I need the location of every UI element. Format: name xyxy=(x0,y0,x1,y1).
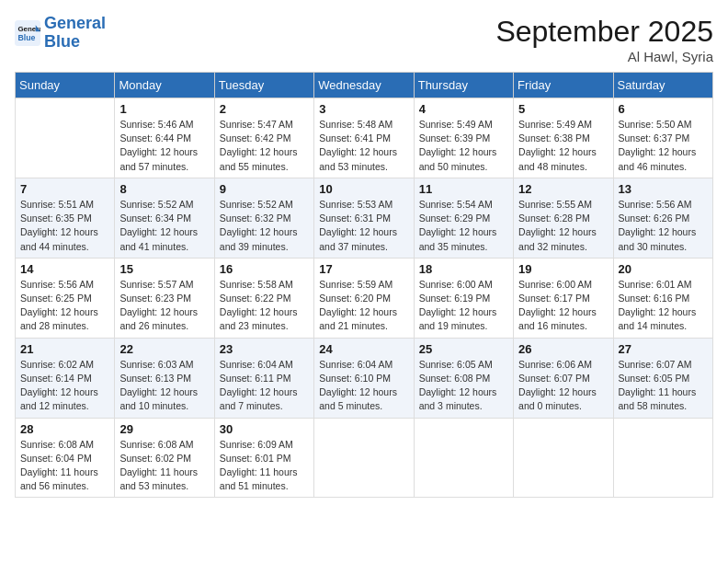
title-block: September 2025 Al Hawl, Syria xyxy=(495,15,713,64)
day-info: Sunrise: 5:56 AM Sunset: 6:25 PM Dayligh… xyxy=(20,278,109,334)
calendar-cell: 17Sunrise: 5:59 AM Sunset: 6:20 PM Dayli… xyxy=(314,258,414,338)
day-number: 12 xyxy=(518,182,608,196)
calendar-week-row: 14Sunrise: 5:56 AM Sunset: 6:25 PM Dayli… xyxy=(16,258,713,338)
calendar-cell xyxy=(414,418,513,498)
calendar-cell: 20Sunrise: 6:01 AM Sunset: 6:16 PM Dayli… xyxy=(613,258,712,338)
day-number: 16 xyxy=(220,262,309,276)
day-info: Sunrise: 6:05 AM Sunset: 6:08 PM Dayligh… xyxy=(419,358,508,414)
calendar-cell: 7Sunrise: 5:51 AM Sunset: 6:35 PM Daylig… xyxy=(16,178,115,258)
day-number: 24 xyxy=(319,342,408,356)
day-info: Sunrise: 5:49 AM Sunset: 6:39 PM Dayligh… xyxy=(419,118,508,174)
weekday-header: Saturday xyxy=(613,73,712,98)
day-number: 18 xyxy=(419,262,508,276)
weekday-header: Sunday xyxy=(16,73,115,98)
day-info: Sunrise: 5:49 AM Sunset: 6:38 PM Dayligh… xyxy=(518,118,608,174)
day-number: 26 xyxy=(518,342,608,356)
weekday-header: Tuesday xyxy=(214,73,313,98)
calendar-cell: 14Sunrise: 5:56 AM Sunset: 6:25 PM Dayli… xyxy=(16,258,115,338)
day-number: 10 xyxy=(319,182,408,196)
day-info: Sunrise: 5:48 AM Sunset: 6:41 PM Dayligh… xyxy=(319,118,408,174)
day-number: 20 xyxy=(619,262,708,276)
day-number: 7 xyxy=(20,182,109,196)
day-info: Sunrise: 5:53 AM Sunset: 6:31 PM Dayligh… xyxy=(319,198,408,254)
calendar-cell: 10Sunrise: 5:53 AM Sunset: 6:31 PM Dayli… xyxy=(314,178,414,258)
day-info: Sunrise: 5:57 AM Sunset: 6:23 PM Dayligh… xyxy=(119,278,209,334)
page-header: General Blue GeneralBlue September 2025 … xyxy=(15,15,713,64)
calendar-cell: 15Sunrise: 5:57 AM Sunset: 6:23 PM Dayli… xyxy=(115,258,214,338)
day-info: Sunrise: 6:08 AM Sunset: 6:04 PM Dayligh… xyxy=(20,438,109,494)
calendar-cell: 30Sunrise: 6:09 AM Sunset: 6:01 PM Dayli… xyxy=(214,418,313,498)
day-info: Sunrise: 5:52 AM Sunset: 6:32 PM Dayligh… xyxy=(220,198,309,254)
calendar-table: SundayMondayTuesdayWednesdayThursdayFrid… xyxy=(15,72,713,498)
day-number: 3 xyxy=(319,102,408,116)
day-info: Sunrise: 6:00 AM Sunset: 6:17 PM Dayligh… xyxy=(518,278,608,334)
day-info: Sunrise: 6:04 AM Sunset: 6:10 PM Dayligh… xyxy=(319,358,408,414)
calendar-cell: 6Sunrise: 5:50 AM Sunset: 6:37 PM Daylig… xyxy=(613,98,712,178)
calendar-cell xyxy=(613,418,712,498)
calendar-week-row: 1Sunrise: 5:46 AM Sunset: 6:44 PM Daylig… xyxy=(16,98,713,178)
weekday-header: Wednesday xyxy=(314,73,414,98)
day-info: Sunrise: 5:54 AM Sunset: 6:29 PM Dayligh… xyxy=(419,198,508,254)
logo-text: GeneralBlue xyxy=(44,15,106,52)
day-info: Sunrise: 5:52 AM Sunset: 6:34 PM Dayligh… xyxy=(119,198,209,254)
calendar-cell: 5Sunrise: 5:49 AM Sunset: 6:38 PM Daylig… xyxy=(514,98,613,178)
day-info: Sunrise: 6:00 AM Sunset: 6:19 PM Dayligh… xyxy=(419,278,508,334)
calendar-cell: 27Sunrise: 6:07 AM Sunset: 6:05 PM Dayli… xyxy=(613,338,712,418)
calendar-cell xyxy=(16,98,115,178)
calendar-cell: 13Sunrise: 5:56 AM Sunset: 6:26 PM Dayli… xyxy=(613,178,712,258)
weekday-header: Friday xyxy=(514,73,613,98)
calendar-cell: 19Sunrise: 6:00 AM Sunset: 6:17 PM Dayli… xyxy=(514,258,613,338)
day-info: Sunrise: 6:06 AM Sunset: 6:07 PM Dayligh… xyxy=(518,358,608,414)
calendar-cell: 22Sunrise: 6:03 AM Sunset: 6:13 PM Dayli… xyxy=(115,338,214,418)
calendar-cell: 23Sunrise: 6:04 AM Sunset: 6:11 PM Dayli… xyxy=(214,338,313,418)
calendar-cell: 2Sunrise: 5:47 AM Sunset: 6:42 PM Daylig… xyxy=(214,98,313,178)
day-number: 28 xyxy=(20,422,109,436)
calendar-week-row: 28Sunrise: 6:08 AM Sunset: 6:04 PM Dayli… xyxy=(16,418,713,498)
day-number: 21 xyxy=(20,342,109,356)
day-info: Sunrise: 6:04 AM Sunset: 6:11 PM Dayligh… xyxy=(220,358,309,414)
day-number: 30 xyxy=(220,422,309,436)
day-number: 2 xyxy=(220,102,309,116)
day-number: 15 xyxy=(119,262,209,276)
day-info: Sunrise: 5:46 AM Sunset: 6:44 PM Dayligh… xyxy=(119,118,209,174)
calendar-cell: 8Sunrise: 5:52 AM Sunset: 6:34 PM Daylig… xyxy=(115,178,214,258)
day-info: Sunrise: 6:07 AM Sunset: 6:05 PM Dayligh… xyxy=(619,358,708,414)
calendar-header-row: SundayMondayTuesdayWednesdayThursdayFrid… xyxy=(16,73,713,98)
calendar-cell: 29Sunrise: 6:08 AM Sunset: 6:02 PM Dayli… xyxy=(115,418,214,498)
weekday-header: Thursday xyxy=(414,73,513,98)
day-info: Sunrise: 5:58 AM Sunset: 6:22 PM Dayligh… xyxy=(220,278,309,334)
day-number: 6 xyxy=(619,102,708,116)
calendar-cell: 21Sunrise: 6:02 AM Sunset: 6:14 PM Dayli… xyxy=(16,338,115,418)
day-number: 23 xyxy=(220,342,309,356)
calendar-cell: 28Sunrise: 6:08 AM Sunset: 6:04 PM Dayli… xyxy=(16,418,115,498)
day-number: 27 xyxy=(619,342,708,356)
day-number: 5 xyxy=(518,102,608,116)
calendar-cell: 16Sunrise: 5:58 AM Sunset: 6:22 PM Dayli… xyxy=(214,258,313,338)
day-info: Sunrise: 5:59 AM Sunset: 6:20 PM Dayligh… xyxy=(319,278,408,334)
calendar-week-row: 21Sunrise: 6:02 AM Sunset: 6:14 PM Dayli… xyxy=(16,338,713,418)
logo: General Blue GeneralBlue xyxy=(15,15,106,52)
calendar-cell: 1Sunrise: 5:46 AM Sunset: 6:44 PM Daylig… xyxy=(115,98,214,178)
day-number: 1 xyxy=(119,102,209,116)
calendar-cell: 11Sunrise: 5:54 AM Sunset: 6:29 PM Dayli… xyxy=(414,178,513,258)
logo-icon: General Blue xyxy=(15,20,40,46)
day-number: 4 xyxy=(419,102,508,116)
day-info: Sunrise: 6:02 AM Sunset: 6:14 PM Dayligh… xyxy=(20,358,109,414)
day-info: Sunrise: 6:08 AM Sunset: 6:02 PM Dayligh… xyxy=(119,438,209,494)
day-info: Sunrise: 5:51 AM Sunset: 6:35 PM Dayligh… xyxy=(20,198,109,254)
calendar-cell: 12Sunrise: 5:55 AM Sunset: 6:28 PM Dayli… xyxy=(514,178,613,258)
calendar-cell: 25Sunrise: 6:05 AM Sunset: 6:08 PM Dayli… xyxy=(414,338,513,418)
day-info: Sunrise: 6:01 AM Sunset: 6:16 PM Dayligh… xyxy=(619,278,708,334)
svg-text:Blue: Blue xyxy=(18,33,36,42)
day-number: 14 xyxy=(20,262,109,276)
calendar-cell: 18Sunrise: 6:00 AM Sunset: 6:19 PM Dayli… xyxy=(414,258,513,338)
day-info: Sunrise: 5:55 AM Sunset: 6:28 PM Dayligh… xyxy=(518,198,608,254)
calendar-cell: 3Sunrise: 5:48 AM Sunset: 6:41 PM Daylig… xyxy=(314,98,414,178)
calendar-cell: 4Sunrise: 5:49 AM Sunset: 6:39 PM Daylig… xyxy=(414,98,513,178)
calendar-cell xyxy=(514,418,613,498)
day-number: 17 xyxy=(319,262,408,276)
calendar-cell: 9Sunrise: 5:52 AM Sunset: 6:32 PM Daylig… xyxy=(214,178,313,258)
day-number: 19 xyxy=(518,262,608,276)
day-number: 13 xyxy=(619,182,708,196)
calendar-cell xyxy=(314,418,414,498)
